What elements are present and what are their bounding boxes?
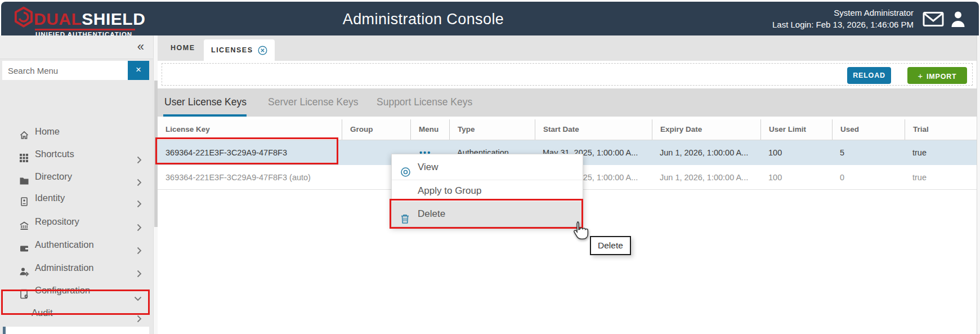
reload-button[interactable]: RELOAD [847, 67, 891, 84]
context-menu-item-apply-to-group[interactable]: Apply to Group [392, 180, 583, 201]
import-button[interactable]: +IMPORT [907, 67, 967, 84]
column-header-start-date[interactable]: Start Date [535, 119, 652, 140]
search-menu-input[interactable] [2, 61, 128, 80]
user-info: System Administrator Last Login: Feb 13,… [772, 7, 914, 30]
cell-expiry-date: Jun 1, 2026, 1:00:00 A... [652, 140, 760, 165]
sidebar-item-shortcuts[interactable]: Shortcuts [0, 142, 153, 165]
brand-name-primary: DUAL [34, 10, 82, 28]
cell-used: 5 [832, 140, 905, 165]
cell-license-key: 369364-221E3F-3C29A9-47F8F3 (auto) [158, 165, 342, 189]
sidebar-item-administration[interactable]: Administration [0, 256, 153, 279]
user-avatar-icon[interactable] [950, 10, 966, 28]
user-name: System Administrator [772, 7, 914, 19]
row-context-menu: View Apply to Group Delete [391, 154, 583, 227]
sidebar-search: × [2, 61, 149, 80]
sidebar-item-repository[interactable]: Repository [0, 210, 153, 233]
sidebar-item-licenses[interactable]: Licenses [3, 327, 149, 334]
window-scrollbar[interactable] [977, 35, 980, 334]
app-header: DUALSHIELD UNIFIED AUTHENTICATION Admini… [1, 2, 979, 35]
column-header-used[interactable]: Used [832, 119, 905, 140]
active-tab-underline [163, 114, 247, 117]
trash-icon [400, 208, 410, 234]
tab-home[interactable]: HOME [163, 35, 203, 61]
license-type-tabs: User License Keys Server License Keys Su… [158, 88, 977, 117]
shield-logo-icon [14, 6, 34, 29]
close-tab-icon[interactable] [258, 46, 267, 55]
column-header-type[interactable]: Type [449, 119, 535, 140]
brand-name-secondary: SHIELD [82, 10, 145, 28]
sidebar-item-authentication[interactable]: Authentication [0, 233, 153, 256]
sidebar-collapse-row: « [0, 35, 153, 59]
dualshield-logo: DUALSHIELD UNIFIED AUTHENTICATION [14, 4, 149, 35]
clear-search-icon[interactable]: × [128, 61, 149, 80]
sidebar-item-home[interactable]: Home [0, 120, 153, 142]
cell-user-limit: 100 [760, 140, 832, 165]
column-header-menu[interactable]: Menu [410, 119, 449, 140]
brand-name: DUALSHIELD [34, 10, 145, 29]
cell-expiry-date: Jun 1, 2026, 1:00:00 A... [652, 165, 760, 189]
tab-server-license-keys[interactable]: Server License Keys [268, 88, 359, 117]
tab-user-license-keys[interactable]: User License Keys [164, 88, 247, 117]
tab-support-license-keys[interactable]: Support License Keys [377, 88, 472, 117]
context-menu-item-delete[interactable]: Delete [392, 201, 583, 226]
cell-user-limit: 100 [760, 165, 832, 189]
sidebar-item-directory[interactable]: Directory [0, 165, 153, 188]
column-header-group[interactable]: Group [342, 119, 410, 140]
page-title: Administration Console [243, 11, 603, 28]
column-header-expiry-date[interactable]: Expiry Date [652, 119, 760, 140]
column-header-trial[interactable]: Trial [905, 119, 977, 140]
tab-bar: HOME LICENSES [158, 35, 977, 61]
tab-licenses[interactable]: LICENSES [204, 39, 275, 61]
dualshield-admin-console: DUALSHIELD UNIFIED AUTHENTICATION Admini… [0, 0, 980, 334]
collapse-sidebar-icon[interactable]: « [137, 39, 144, 54]
brand-divider [35, 29, 135, 30]
cell-trial: true [905, 165, 977, 189]
sidebar-item-audit[interactable]: Audit [0, 301, 153, 324]
sidebar: « × Home Shortcuts Directory Identity Re [0, 35, 153, 334]
column-header-license-key[interactable]: License Key [158, 119, 342, 140]
sidebar-scrollbar[interactable] [153, 35, 158, 334]
sidebar-item-identity[interactable]: Identity [0, 186, 153, 209]
context-menu-item-view[interactable]: View [392, 154, 583, 180]
toolbar: RELOAD +IMPORT [158, 61, 977, 88]
delete-tooltip: Delete [590, 236, 631, 255]
column-header-user-limit[interactable]: User Limit [760, 119, 832, 140]
cell-license-key: 369364-221E3F-3C29A9-47F8F3 [158, 140, 342, 165]
cell-trial: true [905, 140, 977, 165]
plus-icon: + [918, 71, 924, 81]
cell-used: 0 [832, 165, 905, 189]
sidebar-item-configuration[interactable]: Configuration [0, 279, 153, 301]
last-login: Last Login: Feb 13, 2026, 1:46:06 PM [772, 19, 914, 30]
mail-icon[interactable] [923, 11, 944, 27]
table-header: License Key Group Menu Type Start Date E… [158, 119, 977, 140]
